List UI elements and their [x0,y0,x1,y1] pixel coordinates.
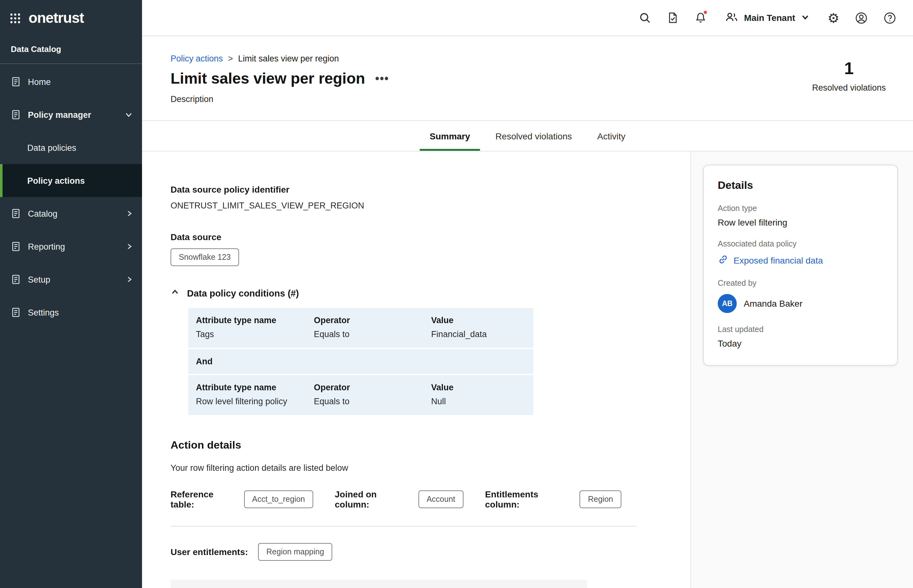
chevron-right-icon [126,210,133,217]
resolved-violations-summary: 1 Resolved violations [808,59,890,92]
sidebar-item-home[interactable]: Home [0,65,142,98]
sidebar-item-setup[interactable]: Setup [0,263,142,296]
tab-resolved-violations[interactable]: Resolved violations [483,121,584,151]
reference-table-chip[interactable]: Acct_to_region [244,490,313,508]
sidebar-item-label: Setup [28,275,50,284]
gear-icon[interactable]: ⚙ [827,11,839,24]
user-entitlements-row: User entitlements: Region mapping [170,543,643,561]
document-check-icon[interactable] [666,11,679,24]
avatar: AB [718,294,737,313]
condition-value-header: Value [431,383,526,392]
summary-panel: Data source policy identifier ONETRUST_L… [170,152,643,588]
more-options-icon[interactable]: ••• [376,73,389,84]
tenant-switcher[interactable]: Main Tenant [724,10,809,25]
creator-row: AB Amanda Baker [718,294,883,313]
associated-policy-link[interactable]: Exposed financial data [718,254,883,267]
help-icon[interactable] [883,11,897,24]
chevron-down-icon [801,12,809,23]
created-by-label: Created by [718,279,883,288]
action-details-title: Action details [170,439,643,452]
account-icon[interactable] [855,11,868,24]
tenant-label: Main Tenant [744,13,795,23]
sidebar-item-reporting[interactable]: Reporting [0,230,142,263]
action-details-fields: Reference table: Acct_to_region Joined o… [170,489,643,509]
sidebar-item-label: Reporting [28,242,65,251]
tab-label: Resolved violations [495,131,572,141]
condition-attr-header: Attribute type name [196,383,314,392]
associated-policy-link-label: Exposed financial data [733,255,823,265]
identifier-label: Data source policy identifier [170,184,643,194]
last-updated-value: Today [718,338,883,349]
tab-summary[interactable]: Summary [417,121,483,151]
tab-bar: Summary Resolved violations Activity [142,121,913,152]
action-details-subtitle: Your row filtering action details are li… [170,463,643,473]
condition-op-value: Equals to [314,397,431,406]
sidebar-item-label: Home [28,77,51,87]
condition-row: Attribute type name Row level filtering … [188,375,533,415]
user-entitlements-label: User entitlements: [170,547,248,557]
condition-value-header: Value [431,315,526,325]
section-divider [170,526,636,527]
sidebar-item-data-policies[interactable]: Data policies [0,131,142,164]
conditions-title: Data policy conditions (#) [187,288,299,299]
data-source-chip[interactable]: Snowflake 123 [170,249,239,266]
conditions-section-toggle[interactable]: Data policy conditions (#) [170,288,643,299]
condition-value-value: Financial_data [431,330,526,339]
details-title: Details [718,179,883,192]
entitlements-column-label: Entitlements column: [485,489,571,509]
identifier-value: ONETRUST_LIMIT_SALES_VIEW_PER_REGION [170,201,643,210]
entitlements-column-chip[interactable]: Region [580,490,622,508]
sidebar-item-policy-manager[interactable]: Policy manager [0,98,142,131]
condition-op-header: Operator [314,315,431,325]
condition-row: Attribute type name Tags Operator Equals… [188,308,533,348]
document-icon [11,275,21,284]
sidebar-item-settings[interactable]: Settings [0,296,142,329]
breadcrumb-current: Limit sales view per region [238,54,339,63]
onetrust-logo[interactable]: onetrust [29,10,84,27]
document-icon [11,110,21,120]
last-updated-label: Last updated [718,325,883,334]
document-icon [11,208,21,219]
violations-label: Resolved violations [808,83,890,92]
joined-on-column-label: Joined on column: [335,489,410,509]
breadcrumb-separator: > [228,54,233,63]
joined-on-column-chip[interactable]: Account [418,490,463,508]
document-icon [11,241,21,252]
page-body: Data source policy identifier ONETRUST_L… [142,152,913,588]
topbar: Main Tenant ⚙ [142,0,913,36]
breadcrumb: Policy actions > Limit sales view per re… [170,36,913,63]
logo-row: onetrust [0,0,142,36]
creator-name: Amanda Baker [744,299,802,309]
search-icon[interactable] [638,11,651,24]
sidebar: onetrust Data Catalog Home Policy manage… [0,0,142,588]
sidebar-item-catalog[interactable]: Catalog [0,197,142,230]
tab-label: Summary [429,131,470,141]
entitlements-table: User group Entitlements [170,580,587,588]
app-window: onetrust Data Catalog Home Policy manage… [0,0,913,588]
app-grid-icon[interactable] [10,12,21,24]
notifications-bell-icon[interactable] [694,11,707,24]
sidebar-item-label: Data policies [27,143,76,152]
action-type-value: Row level filtering [718,217,883,228]
details-card: Details Action type Row level filtering … [703,165,898,366]
breadcrumb-parent-link[interactable]: Policy actions [170,54,223,63]
link-icon [718,254,728,267]
chevron-right-icon [126,243,133,250]
product-label: Data Catalog [0,44,142,64]
sidebar-nav: Home Policy manager Data policies Policy… [0,65,142,329]
condition-attr-value: Row level filtering policy [196,397,314,406]
document-icon [11,77,21,87]
entitlements-table-header: User group Entitlements [170,580,587,588]
condition-op-value: Equals to [314,330,431,339]
tab-activity[interactable]: Activity [584,121,638,151]
chevron-up-icon [170,288,180,299]
condition-connector: And [188,349,533,374]
sidebar-item-label: Policy manager [28,110,91,120]
user-entitlements-chip[interactable]: Region mapping [258,543,332,561]
people-icon [724,10,738,25]
notification-dot [703,10,707,15]
reference-table-label: Reference table: [170,489,235,509]
data-source-label: Data source [170,232,643,242]
condition-attr-header: Attribute type name [196,315,314,325]
sidebar-item-policy-actions[interactable]: Policy actions [0,164,142,197]
